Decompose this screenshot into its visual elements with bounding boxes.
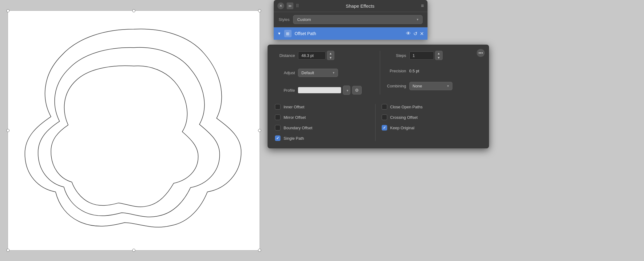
combining-label: Combining — [386, 84, 406, 88]
crossing-offset-checkbox[interactable] — [382, 114, 387, 120]
profile-dropdown-button[interactable]: ▾ — [343, 86, 350, 95]
distance-label: Distance — [275, 53, 295, 58]
inner-offset-label: Inner Offset — [284, 105, 304, 109]
handle-middle-right[interactable] — [258, 129, 261, 132]
steps-decrement-button[interactable]: ▼ — [435, 55, 442, 60]
close-open-paths-checkbox-row[interactable]: Close Open Paths — [382, 104, 482, 110]
keep-original-check-icon: ✓ — [383, 126, 386, 130]
close-open-paths-checkbox[interactable] — [382, 104, 387, 110]
precision-label: Precision — [386, 69, 406, 73]
profile-chevron-icon: ▾ — [347, 89, 348, 92]
reset-icon[interactable]: ↺ — [413, 31, 417, 37]
profile-label: Profile — [275, 88, 295, 93]
styles-label: Styles — [279, 17, 289, 22]
styles-dropdown[interactable]: Custom ▾ — [293, 15, 423, 24]
panel-title: Shape Effects — [302, 3, 419, 9]
combining-value: None — [413, 84, 422, 88]
remove-icon[interactable]: ✕ — [420, 31, 424, 37]
distance-increment-button[interactable]: ▲ — [327, 51, 334, 55]
effects-detail-panel: ••• Distance 48.3 pt ▲ ▼ — [268, 45, 489, 148]
combining-dropdown[interactable]: None ▾ — [409, 82, 452, 90]
handle-bottom-left[interactable] — [6, 249, 10, 252]
shape-effects-panel: ✕ ≫ ⠿ Shape Effects ≡ Styles Custom ▾ ▼ … — [274, 0, 427, 40]
styles-value: Custom — [297, 17, 311, 22]
keep-original-checkbox-row[interactable]: ✓ Keep Original — [382, 125, 482, 130]
steps-label: Steps — [386, 53, 406, 58]
boundary-offset-checkbox-row[interactable]: Boundary Offset — [275, 125, 375, 130]
handle-top-center[interactable] — [132, 9, 135, 12]
boundary-offset-checkbox[interactable] — [275, 125, 280, 130]
offset-path-icon: ⊞ — [284, 30, 292, 37]
adjust-value: Default — [301, 70, 314, 75]
adjust-row: Adjust Default ▾ — [275, 69, 371, 77]
boundary-offset-label: Boundary Offset — [284, 126, 312, 130]
combining-chevron-icon: ▾ — [447, 84, 449, 88]
steps-stepper[interactable]: ▲ ▼ — [435, 51, 443, 60]
profile-sliders-button[interactable]: ⚙ — [352, 86, 362, 94]
precision-value: 0.5 pt — [409, 69, 419, 73]
offset-path-row: ▼ ⊞ Offset Path 👁 ↺ ✕ — [274, 27, 427, 40]
adjust-chevron-icon: ▾ — [333, 71, 335, 75]
panel-grip: ⠿ — [296, 3, 299, 8]
offset-path-actions: 👁 ↺ ✕ — [406, 31, 424, 37]
panel-header: ✕ ≫ ⠿ Shape Effects ≡ — [274, 0, 427, 12]
styles-chevron-icon: ▾ — [417, 18, 419, 22]
adjust-dropdown[interactable]: Default ▾ — [298, 69, 338, 77]
mirror-offset-checkbox[interactable] — [275, 114, 280, 120]
panel-menu-button[interactable]: ≡ — [421, 3, 424, 9]
single-path-check-icon: ✓ — [276, 136, 279, 140]
canvas-frame — [8, 10, 260, 251]
combining-row: Combining None ▾ — [386, 82, 482, 90]
canvas-area — [0, 0, 268, 261]
mirror-offset-checkbox-row[interactable]: Mirror Offset — [275, 114, 375, 120]
offset-path-expand-icon[interactable]: ▼ — [277, 31, 281, 36]
visibility-icon[interactable]: 👁 — [406, 31, 411, 36]
panel-area: ✕ ≫ ⠿ Shape Effects ≡ Styles Custom ▾ ▼ … — [268, 0, 644, 261]
panel-collapse-button[interactable]: ≫ — [287, 2, 293, 9]
keep-original-checkbox[interactable]: ✓ — [382, 125, 387, 130]
offset-path-label: Offset Path — [295, 31, 403, 36]
distance-stepper[interactable]: ▲ ▼ — [327, 51, 334, 60]
single-path-checkbox-row[interactable]: ✓ Single Path — [275, 135, 375, 141]
profile-bar — [298, 87, 341, 93]
steps-row: Steps 1 ▲ ▼ — [386, 51, 482, 60]
panel-close-button[interactable]: ✕ — [277, 2, 284, 9]
handle-bottom-center[interactable] — [132, 249, 135, 252]
precision-row: Precision 0.5 pt — [386, 69, 482, 73]
distance-input[interactable]: 48.3 pt — [298, 51, 326, 60]
single-path-checkbox[interactable]: ✓ — [275, 135, 280, 141]
close-open-paths-label: Close Open Paths — [390, 105, 423, 109]
adjust-label: Adjust — [275, 70, 295, 75]
mirror-offset-label: Mirror Offset — [284, 115, 306, 120]
steps-increment-button[interactable]: ▲ — [435, 51, 442, 55]
handle-top-right[interactable] — [258, 9, 261, 12]
shape-canvas — [8, 11, 260, 250]
inner-offset-checkbox-row[interactable]: Inner Offset — [275, 104, 375, 110]
handle-top-left[interactable] — [6, 9, 10, 12]
more-options-button[interactable]: ••• — [477, 49, 485, 57]
distance-decrement-button[interactable]: ▼ — [327, 55, 334, 60]
crossing-offset-label: Crossing Offset — [390, 115, 418, 120]
single-path-label: Single Path — [284, 136, 304, 141]
inner-offset-checkbox[interactable] — [275, 104, 280, 110]
steps-input[interactable]: 1 — [409, 51, 434, 60]
styles-row: Styles Custom ▾ — [274, 12, 427, 27]
handle-middle-left[interactable] — [6, 129, 10, 132]
keep-original-label: Keep Original — [390, 126, 415, 130]
crossing-offset-checkbox-row[interactable]: Crossing Offset — [382, 114, 482, 120]
handle-bottom-right[interactable] — [258, 249, 261, 252]
distance-row: Distance 48.3 pt ▲ ▼ — [275, 51, 371, 60]
profile-row: Profile ▾ ⚙ — [275, 86, 371, 95]
